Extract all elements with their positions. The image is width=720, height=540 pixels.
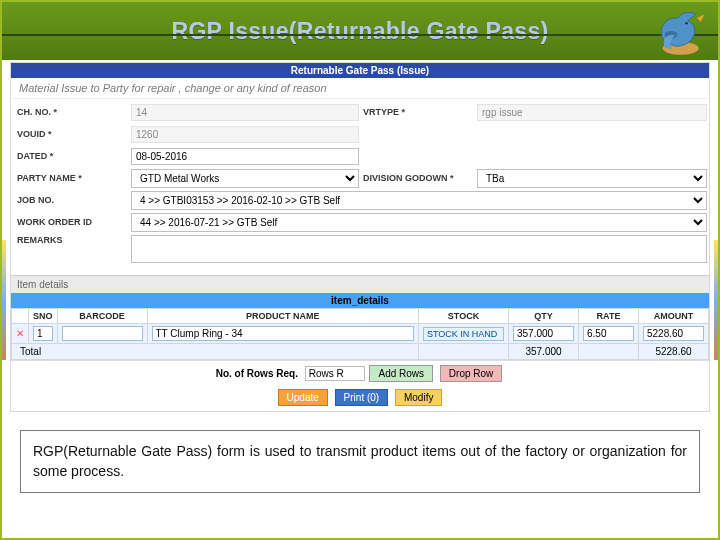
cell-amount[interactable] (643, 326, 704, 341)
drop-row-button[interactable]: Drop Row (440, 365, 502, 382)
update-button[interactable]: Update (278, 389, 328, 406)
dated-field[interactable] (131, 148, 359, 165)
print-button[interactable]: Print (0) (335, 389, 389, 406)
vrtype-field[interactable] (477, 104, 707, 121)
total-qty: 357.000 (509, 344, 579, 360)
bird-illustration (645, 0, 710, 58)
label-chno: CH. NO. * (17, 107, 127, 117)
cell-rate[interactable] (583, 326, 634, 341)
action-bar: Update Print (0) Modify (11, 386, 709, 411)
total-amount: 5228.60 (639, 344, 709, 360)
table-row: ✕ (12, 324, 709, 344)
division-select[interactable]: TBa (477, 169, 707, 188)
party-select[interactable]: GTD Metal Works (131, 169, 359, 188)
col-product: PRODUCT NAME (147, 309, 418, 324)
col-sno: SNO (29, 309, 58, 324)
label-workorder: WORK ORDER ID (17, 217, 127, 227)
cell-stock[interactable] (423, 327, 504, 341)
add-rows-button[interactable]: Add Rows (369, 365, 433, 382)
label-vrtype: VRTYPE * (363, 107, 473, 117)
rows-req-input[interactable] (305, 366, 365, 381)
page-header: RGP Issue(Returnable Gate Pass) (2, 2, 718, 60)
label-party: PARTY NAME * (17, 173, 127, 183)
label-vouid: VOUID * (17, 129, 127, 139)
col-barcode: BARCODE (57, 309, 147, 324)
form-title-bar: Returnable Gate Pass (Issue) (11, 63, 709, 78)
label-division: DIVISION GODOWN * (363, 173, 473, 183)
jobno-select[interactable]: 4 >> GTBI03153 >> 2016-02-10 >> GTB Self (131, 191, 707, 210)
cell-sno[interactable] (33, 326, 53, 341)
label-jobno: JOB NO. (17, 195, 127, 205)
col-stock: STOCK (419, 309, 509, 324)
workorder-select[interactable]: 44 >> 2016-07-21 >> GTB Self (131, 213, 707, 232)
cell-barcode[interactable] (62, 326, 143, 341)
remarks-field[interactable] (131, 235, 707, 263)
col-rate: RATE (579, 309, 639, 324)
total-row: Total 357.000 5228.60 (12, 344, 709, 360)
delete-row-icon[interactable]: ✕ (12, 324, 29, 344)
item-details-bar: item_details (11, 293, 709, 308)
chno-field[interactable] (131, 104, 359, 121)
rows-req-label: No. of Rows Req. (216, 368, 298, 379)
cell-product[interactable] (152, 326, 414, 341)
rgp-form: Returnable Gate Pass (Issue) Material Is… (10, 62, 710, 412)
rows-control-bar: No. of Rows Req. Add Rows Drop Row (11, 360, 709, 386)
modify-button[interactable]: Modify (395, 389, 442, 406)
col-amount: AMOUNT (639, 309, 709, 324)
col-del (12, 309, 29, 324)
vouid-field[interactable] (131, 126, 359, 143)
item-grid: SNO BARCODE PRODUCT NAME STOCK QTY RATE … (11, 308, 709, 360)
label-dated: DATED * (17, 151, 127, 161)
total-label: Total (12, 344, 419, 360)
svg-point-1 (685, 22, 688, 25)
col-qty: QTY (509, 309, 579, 324)
slide-caption: RGP(Returnable Gate Pass) form is used t… (20, 430, 700, 493)
cell-qty[interactable] (513, 326, 574, 341)
form-subheading: Material Issue to Party for repair , cha… (11, 78, 709, 99)
page-title: RGP Issue(Returnable Gate Pass) (171, 18, 548, 45)
label-remarks: REMARKS (17, 235, 127, 245)
item-details-tab[interactable]: Item details (11, 275, 709, 293)
